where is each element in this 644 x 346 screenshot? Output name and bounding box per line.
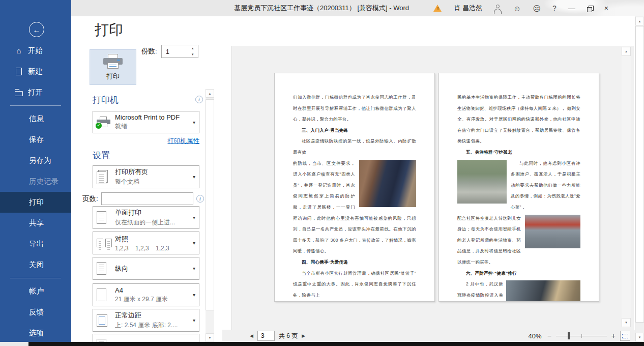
printer-device-icon: ✓ xyxy=(97,117,115,128)
zoom-level: 40% xyxy=(529,332,542,340)
current-page-input[interactable] xyxy=(257,331,275,341)
print-button[interactable]: 打印 xyxy=(90,49,136,85)
one-sided-icon xyxy=(97,211,115,224)
preview-status-bar: ◀ 共 6 页 ▶ 40% − + xyxy=(222,330,644,342)
total-pages-label: 共 6 页 xyxy=(279,332,298,340)
paper-size-icon xyxy=(97,289,115,301)
sidebar-item-open[interactable]: 打开 xyxy=(0,82,71,103)
zoom-to-page-button[interactable] xyxy=(620,331,630,341)
sidebar-item-options[interactable]: 选项 xyxy=(0,323,71,343)
titlebar-controls: ! 肖 昌浩然 ☺ ☹ ? — × xyxy=(433,0,608,16)
pages-range-row: 页数: i xyxy=(82,192,204,205)
sidebar-item-home[interactable]: ⌂开始 xyxy=(0,40,71,61)
scrollbar-thumb[interactable] xyxy=(206,99,214,310)
printer-ready-check-icon: ✓ xyxy=(95,122,102,129)
duplex-select[interactable]: 单面打印 仅在纸面的一侧上进... ▾ xyxy=(93,206,199,229)
settings-section-heading: 设置 xyxy=(93,150,110,161)
sidebar-item-feedback[interactable]: 反馈 xyxy=(0,302,71,323)
account-person-icon[interactable] xyxy=(494,5,502,12)
printer-name: Microsoft Print to PDF xyxy=(115,113,191,121)
printer-select[interactable]: ✓ Microsoft Print to PDF 就绪 ▾ xyxy=(93,111,199,133)
portrait-icon xyxy=(97,262,115,275)
printer-properties-link[interactable]: 打印机属性 xyxy=(93,137,199,146)
sidebar-item-history: 历史记录 xyxy=(0,171,71,192)
zoom-slider-handle[interactable] xyxy=(568,332,570,339)
copies-increment-button[interactable]: ▲ xyxy=(191,47,194,50)
scroll-up-arrow[interactable]: ▲ xyxy=(206,89,214,98)
taskbar-strip xyxy=(0,342,644,346)
sidebar-item-save-as[interactable]: 另存为 xyxy=(0,150,71,171)
preview-page-right: 民的基本生活物资的保障工作，主动帮助各门栋团购的团长将生活物资卸货、维护现场秩序… xyxy=(438,73,599,302)
scroll-down-arrow[interactable]: ▼ xyxy=(206,333,214,342)
street-cart-photo xyxy=(457,160,507,204)
backstage-sidebar: ← ⌂开始 新建 打开 信息 保存 另存为 历史记录 打印 共享 导出 关闭 帐… xyxy=(0,0,71,346)
sidebar-item-share[interactable]: 共享 xyxy=(0,213,71,234)
paper-size-select[interactable]: A4 21 厘米 x 29.7 厘米 ▾ xyxy=(93,283,199,306)
zoom-to-page-icon xyxy=(622,334,628,338)
warning-icon[interactable]: ! xyxy=(433,5,442,12)
chevron-down-icon: ▾ xyxy=(193,292,195,298)
pages-info-icon[interactable]: i xyxy=(196,195,204,203)
collate-select[interactable]: 对照 1,2,3 1,2,3 1,2,3 ▾ xyxy=(93,232,199,254)
sidebar-item-new[interactable]: 新建 xyxy=(0,61,71,82)
print-all-pages-icon xyxy=(97,170,115,184)
sidebar-item-account[interactable]: 帐户 xyxy=(0,281,71,302)
zoom-out-button[interactable]: − xyxy=(547,332,551,340)
page-title: 打印 xyxy=(95,20,123,40)
street-cars-photo xyxy=(525,215,580,248)
settings-scrollbar[interactable]: ▲ ▼ xyxy=(206,89,214,342)
user-name[interactable]: 肖 昌浩然 xyxy=(454,4,482,13)
sidebar-divider xyxy=(10,105,61,106)
window-title: 基层党员下沉社区工作事迹（20200311） [兼容模式] - Word xyxy=(184,0,459,16)
sidebar-item-print[interactable]: 打印 xyxy=(0,192,71,213)
sidebar-item-info[interactable]: 信息 xyxy=(0,108,71,129)
margins-select[interactable]: 正常边距 上: 2.54 厘米 底部: 2.... ▾ xyxy=(93,309,199,332)
printer-icon xyxy=(103,54,123,69)
checkpoint-photo xyxy=(506,280,580,302)
close-button[interactable]: × xyxy=(604,5,608,12)
sidebar-item-save[interactable]: 保存 xyxy=(0,129,71,150)
back-button[interactable]: ← xyxy=(29,22,44,37)
zoom-in-button[interactable]: + xyxy=(611,332,616,340)
sidebar-divider xyxy=(10,278,61,278)
help-icon[interactable]: ? xyxy=(552,5,557,12)
collated-icon xyxy=(97,239,115,247)
minimize-button[interactable]: — xyxy=(568,5,575,12)
printer-status: 就绪 xyxy=(115,122,191,131)
chevron-down-icon: ▾ xyxy=(193,240,195,246)
copies-label: 份数: xyxy=(141,47,157,56)
orientation-select[interactable]: 纵向 ▾ xyxy=(93,257,199,280)
zoom-controls: 40% − + xyxy=(529,330,630,342)
pages-input[interactable] xyxy=(101,192,193,205)
preview-scrollbar[interactable]: ▲ ▼ xyxy=(622,47,631,327)
print-range-select[interactable]: 打印所有页 整个文档 ▾ xyxy=(93,165,199,188)
chevron-down-icon: ▾ xyxy=(193,318,195,323)
smiley-feedback-icon[interactable]: ☺ xyxy=(513,5,521,12)
chevron-down-icon: ▾ xyxy=(193,174,195,180)
previous-page-button[interactable]: ◀ xyxy=(250,333,253,338)
backstage-scrollbar[interactable]: ▲ ▼ xyxy=(635,16,644,342)
printer-section-heading: 打印机 xyxy=(93,94,119,106)
scroll-up-arrow[interactable]: ▲ xyxy=(622,47,631,56)
restore-button[interactable] xyxy=(587,6,593,11)
copies-decrement-button[interactable]: ▼ xyxy=(191,53,194,56)
copies-stepper: ▲ ▼ xyxy=(161,45,198,58)
word-backstage-window: 基层党员下沉社区工作事迹（20200311） [兼容模式] - Word ! 肖… xyxy=(0,0,644,346)
scrollbar-thumb[interactable] xyxy=(635,26,644,323)
zoom-slider[interactable] xyxy=(556,332,607,339)
printer-info-icon[interactable]: i xyxy=(195,96,203,103)
titlebar: 基层党员下沉社区工作事迹（20200311） [兼容模式] - Word ! 肖… xyxy=(71,0,644,16)
chevron-down-icon: ▾ xyxy=(193,120,195,125)
sidebar-item-close[interactable]: 关闭 xyxy=(0,254,71,275)
frown-feedback-icon[interactable]: ☹ xyxy=(533,5,541,12)
copies-input[interactable] xyxy=(162,45,187,57)
scroll-up-arrow[interactable]: ▲ xyxy=(635,17,644,25)
margins-icon xyxy=(97,314,115,327)
preview-page-left: 们加入微信群，门栋微信群也成为了肖永俊同志的工作群，及时在群里开展引导解释帮辅工… xyxy=(274,73,435,302)
scroll-down-arrow[interactable]: ▼ xyxy=(635,333,644,341)
copies-row: 份数: ▲ ▼ xyxy=(141,45,198,58)
scroll-down-arrow[interactable]: ▼ xyxy=(622,318,631,327)
sidebar-item-export[interactable]: 导出 xyxy=(0,234,71,254)
door-visit-photo xyxy=(359,160,416,207)
next-page-button[interactable]: ▶ xyxy=(302,333,305,338)
